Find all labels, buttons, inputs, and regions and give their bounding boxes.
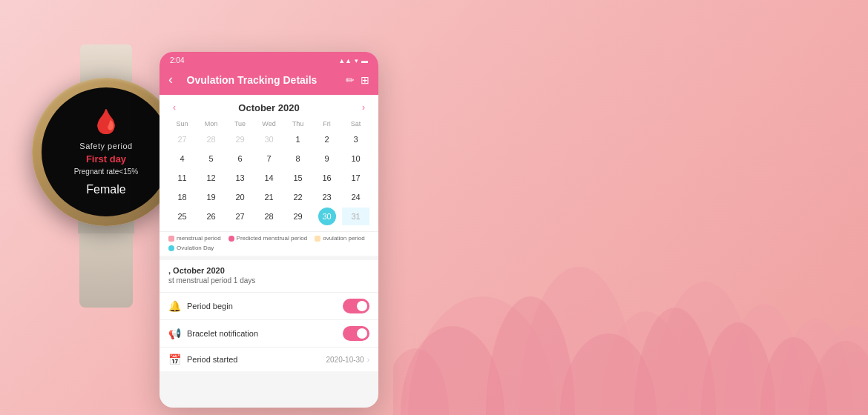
- watch-safety-text: Safety period: [79, 142, 132, 150]
- cal-day-27[interactable]: 27: [231, 208, 249, 225]
- cal-day-30-sep[interactable]: 30: [260, 130, 278, 148]
- next-month-button[interactable]: ›: [358, 101, 369, 114]
- day-header-mon: Mon: [197, 119, 225, 129]
- period-bell-icon: 🔔: [168, 300, 181, 312]
- watch-pregnant-rate: Pregnant rate<15%: [74, 167, 138, 176]
- cal-day-1[interactable]: 1: [289, 130, 307, 148]
- cal-day-28[interactable]: 28: [260, 208, 278, 225]
- watch-screen: 🩸 Safety period First day Pregnant rate<…: [42, 87, 171, 216]
- cal-day-11[interactable]: 11: [174, 169, 191, 187]
- edit-icon[interactable]: ✏: [346, 74, 355, 86]
- drop-icon: 🩸: [91, 107, 121, 136]
- day-header-tue: Tue: [226, 119, 254, 129]
- legend-predicted: Predicted menstrual period: [228, 235, 308, 242]
- bracelet-notification-label: Bracelet notification: [187, 329, 343, 338]
- cal-day-12[interactable]: 12: [203, 169, 220, 187]
- cal-day-24[interactable]: 24: [347, 188, 365, 206]
- info-section: , October 2020 st menstrual period 1 day…: [160, 256, 378, 292]
- cal-day-19[interactable]: 19: [203, 188, 220, 206]
- cal-day-2[interactable]: 2: [318, 130, 336, 148]
- legend-predicted-color: [228, 236, 234, 242]
- cal-day-29-sep[interactable]: 29: [231, 130, 249, 148]
- legend-ovulation-color: [315, 236, 320, 242]
- prev-month-button[interactable]: ‹: [168, 101, 180, 114]
- cal-day-7[interactable]: 7: [260, 150, 278, 167]
- cal-day-15[interactable]: 15: [289, 169, 307, 187]
- cal-day-31[interactable]: 31: [342, 208, 369, 225]
- calendar-nav: ‹ October 2020 ›: [168, 101, 369, 114]
- legend-ovulation-period: ovulation period: [315, 235, 364, 242]
- info-subtitle: st menstrual period 1 days: [168, 276, 369, 285]
- day-header-sun: Sun: [168, 119, 196, 129]
- period-begin-label: Period begin: [187, 302, 343, 311]
- cal-day-4[interactable]: 4: [174, 150, 191, 167]
- status-bar: 2:04 ▲▲ ▾ ▬: [160, 52, 378, 67]
- cal-day-21[interactable]: 21: [260, 188, 278, 206]
- cal-day-23[interactable]: 23: [318, 188, 336, 206]
- bracelet-notification-row: 📢 Bracelet notification: [160, 319, 378, 347]
- cal-day-30-today[interactable]: 30: [318, 208, 336, 225]
- period-started-row[interactable]: 📅 Period started 2020-10-30 ›: [160, 347, 378, 371]
- calendar-grid: Sun Mon Tue Wed Thu Fri Sat 27 28 29 30 …: [168, 119, 369, 225]
- status-icons: ▲▲ ▾ ▬: [338, 57, 368, 64]
- day-header-wed: Wed: [255, 119, 283, 129]
- watch-body: 🩸 Safety period First day Pregnant rate<…: [32, 78, 180, 226]
- wave-decoration: [393, 133, 868, 415]
- status-time: 2:04: [170, 56, 184, 64]
- cal-day-27-sep[interactable]: 27: [174, 130, 191, 148]
- day-header-sat: Sat: [342, 119, 369, 129]
- grid-icon[interactable]: ⊞: [361, 74, 369, 86]
- legend-ovulation-day-color: [168, 245, 174, 251]
- cal-day-5[interactable]: 5: [203, 150, 220, 167]
- period-begin-row: 🔔 Period begin: [160, 292, 378, 319]
- legend-menstrual-label: menstrual period: [177, 235, 221, 242]
- calendar-legend: menstrual period Predicted menstrual per…: [160, 231, 378, 256]
- cal-day-20[interactable]: 20: [231, 188, 249, 206]
- calendar-section: ‹ October 2020 › Sun Mon Tue Wed Thu Fri…: [160, 95, 378, 231]
- legend-menstrual: menstrual period: [168, 235, 221, 242]
- cal-day-9[interactable]: 9: [318, 150, 336, 167]
- cal-day-16[interactable]: 16: [318, 169, 336, 187]
- cal-day-17[interactable]: 17: [347, 169, 365, 187]
- cal-day-18[interactable]: 18: [174, 188, 191, 206]
- day-header-thu: Thu: [284, 119, 312, 129]
- legend-menstrual-color: [168, 236, 174, 242]
- legend-ovulation-day-label: Ovulation Day: [177, 245, 214, 251]
- period-started-value: 2020-10-30: [326, 356, 364, 364]
- battery-icon: ▬: [361, 57, 368, 64]
- signal-icon: ▲▲: [338, 57, 352, 64]
- period-started-icon: 📅: [168, 353, 181, 365]
- cal-day-13[interactable]: 13: [231, 169, 249, 187]
- period-started-label: Period started: [187, 355, 326, 364]
- cal-day-28-sep[interactable]: 28: [203, 130, 220, 148]
- cal-day-8[interactable]: 8: [289, 150, 307, 167]
- header-action-icons: ✏ ⊞: [346, 74, 369, 86]
- watch-band-bottom: [79, 233, 133, 308]
- legend-ovulation-day: Ovulation Day: [168, 245, 214, 251]
- legend-ovulation-period-label: ovulation period: [323, 235, 364, 242]
- cal-day-3[interactable]: 3: [347, 130, 365, 148]
- watch-first-day: First day: [86, 153, 126, 165]
- phone-display: 2:04 ▲▲ ▾ ▬ ‹ Ovulation Tracking Details…: [160, 52, 378, 408]
- cal-day-14[interactable]: 14: [260, 169, 278, 187]
- period-begin-toggle[interactable]: [343, 299, 369, 313]
- bracelet-icon: 📢: [168, 328, 181, 339]
- wifi-icon: ▾: [355, 57, 358, 64]
- cal-day-26[interactable]: 26: [203, 208, 220, 225]
- page-title: Ovulation Tracking Details: [164, 74, 340, 86]
- cal-day-10[interactable]: 10: [347, 150, 365, 167]
- info-title: , October 2020: [168, 266, 369, 275]
- watch-gender: Female: [86, 183, 125, 196]
- cal-day-25[interactable]: 25: [174, 208, 191, 225]
- cal-day-6[interactable]: 6: [231, 150, 249, 167]
- cal-day-29[interactable]: 29: [289, 208, 307, 225]
- legend-predicted-label: Predicted menstrual period: [237, 235, 308, 242]
- cal-day-22[interactable]: 22: [289, 188, 307, 206]
- app-header: ‹ Ovulation Tracking Details ✏ ⊞: [160, 67, 378, 95]
- period-started-arrow-icon: ›: [367, 356, 369, 364]
- day-header-fri: Fri: [313, 119, 341, 129]
- bracelet-notification-toggle[interactable]: [343, 326, 369, 341]
- calendar-month-label: October 2020: [238, 102, 299, 113]
